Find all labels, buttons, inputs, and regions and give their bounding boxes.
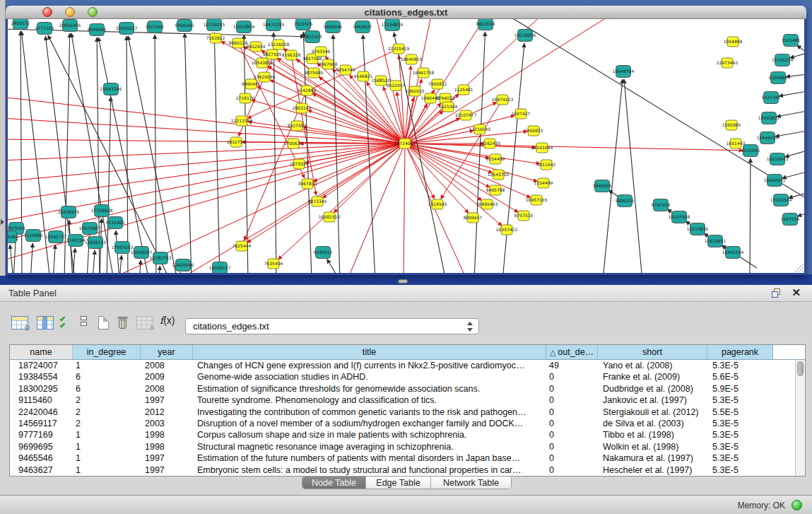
delete-rows-icon[interactable] <box>117 316 128 329</box>
cell-out_de[interactable]: 0 <box>546 395 598 407</box>
cell-title[interactable]: Structural magnetic resonance image aver… <box>193 441 546 453</box>
cell-title[interactable]: Disruption of a novel member of a sodium… <box>193 418 546 430</box>
cell-title[interactable]: Investigating the contribution of common… <box>193 407 546 419</box>
cell-out_de[interactable]: 0 <box>546 441 598 453</box>
float-panel-icon[interactable] <box>772 288 781 298</box>
cell-short[interactable]: Jankovic et al. (1997) <box>598 395 707 407</box>
cell-name[interactable]: 22420046 <box>10 407 73 419</box>
cell-name[interactable]: 9699695 <box>10 441 73 453</box>
cell-year[interactable]: 1998 <box>141 441 193 453</box>
create-table-icon[interactable] <box>98 316 109 329</box>
scrollbar-thumb[interactable] <box>797 361 804 376</box>
table-row[interactable]: 946362711997Embryonic stem cells: a mode… <box>10 465 805 477</box>
cell-pagerank[interactable]: 5.9E-5 <box>707 383 773 395</box>
cell-year[interactable]: 1997 <box>141 395 193 407</box>
cell-title[interactable]: Corpus callosum shape and size in male p… <box>193 429 546 441</box>
column-header-short[interactable]: short <box>598 345 707 360</box>
cell-year[interactable]: 2008 <box>141 360 193 372</box>
table-row[interactable]: 946554611997Estimation of the future num… <box>10 452 805 465</box>
table-row[interactable]: 1456911722003Disruption of a novel membe… <box>10 418 805 430</box>
cell-pagerank[interactable]: 5.3E-5 <box>707 429 773 441</box>
cell-short[interactable]: Yano et al. (2008) <box>598 360 707 372</box>
cell-pagerank[interactable]: 5.3E-5 <box>707 452 773 465</box>
cell-in_degree[interactable]: 6 <box>73 383 141 395</box>
cell-in_degree[interactable]: 1 <box>73 360 141 372</box>
column-header-year[interactable]: year <box>141 345 193 360</box>
cell-out_de[interactable]: 49 <box>546 360 598 372</box>
resize-grip[interactable] <box>793 262 804 273</box>
cell-in_degree[interactable]: 1 <box>73 452 141 465</box>
splitter-collapse-arrow[interactable] <box>1 219 4 225</box>
cell-pagerank[interactable]: 5.3E-5 <box>707 395 773 407</box>
cell-out_de[interactable]: 0 <box>546 383 598 395</box>
cell-year[interactable]: 1998 <box>141 429 193 441</box>
cell-year[interactable]: 2009 <box>141 371 193 383</box>
cell-name[interactable]: 14569117 <box>10 418 73 430</box>
cell-out_de[interactable]: 0 <box>546 371 598 383</box>
cell-in_degree[interactable]: 1 <box>73 465 141 477</box>
cell-in_degree[interactable]: 2 <box>73 418 141 430</box>
column-header-out_de[interactable]: △out_de… <box>546 345 598 360</box>
cell-short[interactable]: Stergiakouli et al. (2012) <box>598 407 707 419</box>
table-row[interactable]: 911546021997Tourette syndrome. Phenomeno… <box>10 395 805 407</box>
cell-out_de[interactable]: 0 <box>546 407 598 419</box>
cell-out_de[interactable]: 0 <box>546 418 598 430</box>
cell-short[interactable]: Franke et al. (2009) <box>598 371 707 383</box>
table-row[interactable]: 1938455462009Genome-wide association stu… <box>10 371 805 383</box>
cell-pagerank[interactable]: 5.6E-5 <box>707 371 773 383</box>
cell-year[interactable]: 1997 <box>141 465 193 477</box>
column-header-pagerank[interactable]: pagerank <box>707 345 773 360</box>
network-window[interactable]: citations_edges.txt 24055729777169206914… <box>6 6 806 275</box>
cell-pagerank[interactable]: 5.3E-5 <box>707 465 773 477</box>
delete-table-icon[interactable]: ✕ <box>136 316 153 329</box>
cell-title[interactable]: Genome-wide association studies in ADHD. <box>193 371 546 383</box>
cell-in_degree[interactable]: 2 <box>73 407 141 419</box>
cell-title[interactable]: Changes of HCN gene expression and I(f) … <box>193 360 546 372</box>
function-builder-icon[interactable]: f(x) <box>160 315 175 326</box>
table-options-icon[interactable]: ⚙ <box>11 316 28 329</box>
cell-in_degree[interactable]: 6 <box>73 371 141 383</box>
cell-name[interactable]: 9115460 <box>10 395 73 407</box>
tab-node-table[interactable]: Node Table <box>302 477 366 489</box>
close-panel-icon[interactable]: ✕ <box>792 286 801 299</box>
column-header-in_degree[interactable]: in_degree <box>73 345 141 360</box>
table-row[interactable]: 1872400712008Changes of HCN gene express… <box>10 360 805 372</box>
cell-pagerank[interactable]: 5.3E-5 <box>707 418 773 430</box>
cell-year[interactable]: 2003 <box>141 418 193 430</box>
cell-name[interactable]: 18300295 <box>10 383 73 395</box>
cell-year[interactable]: 2008 <box>141 383 193 395</box>
cell-year[interactable]: 1997 <box>141 452 193 465</box>
cell-in_degree[interactable]: 2 <box>73 395 141 407</box>
cell-out_de[interactable]: 0 <box>546 465 598 477</box>
cell-out_de[interactable]: 0 <box>546 452 598 465</box>
table-row[interactable]: 969969511998Structural magnetic resonanc… <box>10 441 805 453</box>
table-row[interactable]: 1830029562008Estimation of significance … <box>10 383 805 395</box>
cell-short[interactable]: Wolkin et al. (1998) <box>598 441 707 453</box>
window-titlebar[interactable]: citations_edges.txt <box>6 6 806 19</box>
cell-short[interactable]: Tibbo et al. (1998) <box>598 429 707 441</box>
cell-in_degree[interactable]: 1 <box>73 441 141 453</box>
row-height-icon[interactable] <box>81 316 87 327</box>
cell-name[interactable]: 18724007 <box>10 360 73 372</box>
splitter-handle[interactable] <box>398 279 408 284</box>
cell-title[interactable]: Embryonic stem cells: a model to study s… <box>193 465 546 477</box>
cell-pagerank[interactable]: 5.5E-5 <box>707 407 773 419</box>
table-row[interactable]: 2242004622012Investigating the contribut… <box>10 407 805 419</box>
network-canvas[interactable]: 2405572977716920691406969969510655227152… <box>8 19 804 273</box>
cell-name[interactable]: 9777169 <box>10 429 73 441</box>
cell-pagerank[interactable]: 5.3E-5 <box>707 360 773 372</box>
cell-year[interactable]: 2012 <box>141 407 193 419</box>
cell-short[interactable]: Dudbridge et al. (2008) <box>598 383 707 395</box>
cell-short[interactable]: de Silva et al. (2003) <box>598 418 707 430</box>
table-selector-dropdown[interactable]: citations_edges.txt <box>185 318 479 334</box>
table-row[interactable]: 977716911998Corpus callosum shape and si… <box>10 429 805 441</box>
cell-pagerank[interactable]: 5.3E-5 <box>707 441 773 453</box>
tab-network-table[interactable]: Network Table <box>431 477 511 489</box>
cell-title[interactable]: Estimation of significance thresholds fo… <box>193 383 546 395</box>
column-header-name[interactable]: name <box>10 345 73 360</box>
select-rows-icon[interactable]: ✔✔ <box>59 316 65 329</box>
cell-title[interactable]: Tourette syndrome. Phenomenology and cla… <box>193 395 546 407</box>
cell-out_de[interactable]: 0 <box>546 429 598 441</box>
column-header-title[interactable]: title <box>193 345 546 360</box>
cell-title[interactable]: Estimation of the future numbers of pati… <box>193 452 546 465</box>
